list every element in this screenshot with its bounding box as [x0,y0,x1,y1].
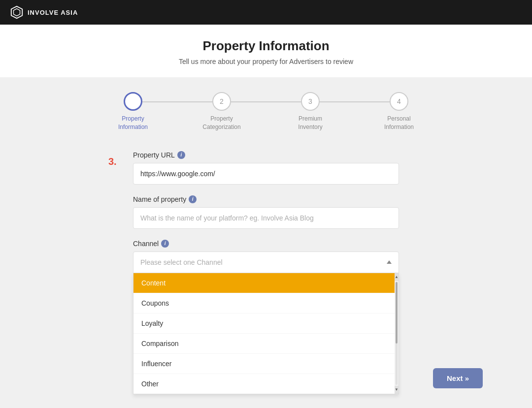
step-1-connector [133,101,222,102]
step-2-connector [222,101,310,102]
property-url-label: Property URL i [133,151,399,159]
step-2-label: PropertyCategorization [202,115,240,131]
button-area: Next » [433,363,483,393]
channel-label: Channel i [133,240,399,248]
dropdown-item-loyalty[interactable]: Loyalty [133,314,395,334]
channel-group: Channel i Please select one Channel Cont… [133,240,399,273]
header: INVOLVE ASIA [0,0,532,25]
channel-select-box[interactable]: Please select one Channel [133,251,399,273]
scrollbar-track [396,282,398,385]
page-title: Property Information [10,38,522,54]
logo-container: INVOLVE ASIA [10,5,78,19]
form-container: 3. Property URL i Name of property i Cha… [133,151,399,284]
scrollbar-down-arrow[interactable]: ▼ [395,386,399,394]
chevron-up-icon [387,260,392,264]
dropdown-scrollbar[interactable]: ▲ ▼ [395,273,399,394]
steps-container: PropertyInformation 2 PropertyCategoriza… [89,92,443,131]
step-3-circle: 3 [301,92,320,111]
step-number-label: 3. [108,156,117,167]
dropdown-item-other[interactable]: Other [133,374,395,394]
page-subtitle: Tell us more about your property for Adv… [10,58,522,65]
step-2-circle: 2 [212,92,231,111]
step-1: PropertyInformation [89,92,177,131]
step-4: 4 PersonalInformation [355,92,443,131]
dropdown-scroll-area: Content Coupons Loyalty Comparison Influ… [133,273,399,394]
step-2: 2 PropertyCategorization [177,92,266,131]
property-url-info-icon[interactable]: i [177,151,185,159]
property-name-input[interactable] [133,207,399,229]
scrollbar-up-arrow[interactable]: ▲ [395,273,399,281]
logo-icon [10,5,24,19]
next-button[interactable]: Next » [433,368,483,388]
steps-area: PropertyInformation 2 PropertyCategoriza… [0,77,532,141]
property-name-group: Name of property i [133,195,399,229]
step-4-circle: 4 [390,92,408,111]
main-area: 3. Property URL i Name of property i Cha… [0,141,532,314]
scrollbar-thumb[interactable] [396,282,398,344]
dropdown-item-influencer[interactable]: Influencer [133,354,395,374]
property-url-input[interactable] [133,163,399,185]
dropdown-item-comparison[interactable]: Comparison [133,334,395,354]
channel-select-placeholder: Please select one Channel [140,258,223,266]
step-3-connector [310,101,399,102]
channel-dropdown: Content Coupons Loyalty Comparison Influ… [133,273,399,394]
property-url-group: Property URL i [133,151,399,185]
channel-info-icon[interactable]: i [161,240,169,248]
step-1-label: PropertyInformation [118,115,148,131]
dropdown-item-coupons[interactable]: Coupons [133,293,395,314]
step-3: 3 PremiumInventory [266,92,355,131]
page-title-area: Property Information Tell us more about … [0,25,532,77]
svg-marker-1 [13,9,20,16]
step-4-label: PersonalInformation [384,115,414,131]
channel-select-container: Please select one Channel Content Coupon… [133,251,399,273]
property-name-info-icon[interactable]: i [189,195,197,203]
dropdown-item-content[interactable]: Content [133,273,395,293]
dropdown-list: Content Coupons Loyalty Comparison Influ… [133,273,395,394]
logo-text: INVOLVE ASIA [28,9,78,16]
step-3-label: PremiumInventory [298,115,322,131]
property-name-label: Name of property i [133,195,399,203]
svg-marker-0 [11,6,22,18]
step-1-circle [124,92,142,111]
